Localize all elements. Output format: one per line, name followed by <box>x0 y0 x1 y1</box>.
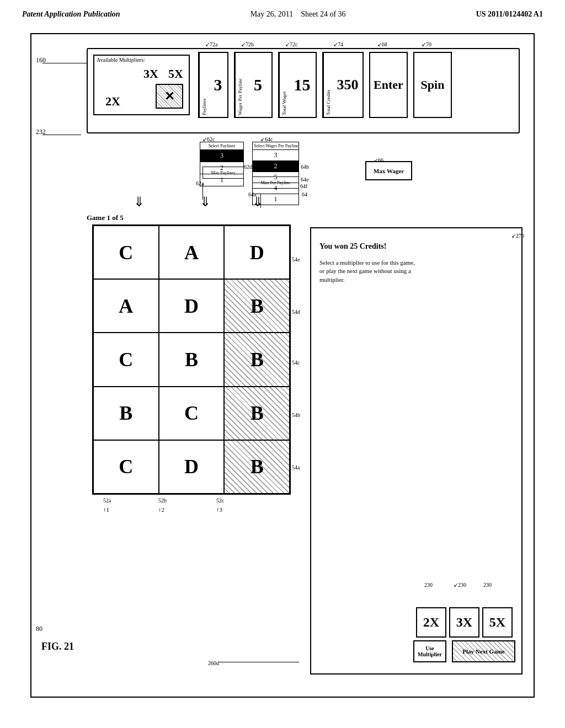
max-per-payline-button[interactable]: Max Per Payline <box>252 176 299 189</box>
win-text: You won 25 Credits! <box>319 242 386 251</box>
mult-x-hatched: ✕ <box>156 84 183 109</box>
figure-label: FIG. 21 <box>41 641 74 652</box>
game-label: Game 1 of 5 <box>87 213 124 222</box>
enter-label: Enter <box>374 78 403 92</box>
ref-62c: ↙62c <box>202 136 215 142</box>
cell-1-1: C <box>93 440 159 494</box>
ref-72b: ↙72b <box>241 41 254 47</box>
ref-270: ↙270 <box>511 233 524 239</box>
cell-4-2: D <box>159 279 225 333</box>
ref-160-line <box>42 63 87 63</box>
reel-label-1-num: ↑1 <box>103 506 109 513</box>
result-panel: You won 25 Credits! Select a multiplier … <box>310 227 523 675</box>
header-publication: Patent Application Publication <box>22 10 120 19</box>
row-label-54d: 54d <box>292 309 300 315</box>
ref-230-3x: ↙230 <box>454 582 466 588</box>
cell-5-1: C <box>93 226 159 279</box>
total-credits-value: 350 <box>333 53 363 117</box>
page-header: Patent Application Publication May 26, 2… <box>0 0 565 19</box>
cell-3-3: B <box>224 333 290 386</box>
header-patent-num: US 2011/0124402 A1 <box>476 10 543 19</box>
enter-button[interactable]: Enter <box>369 52 408 118</box>
row-label-54b: 54b <box>292 412 300 418</box>
spin-label: Spin <box>421 78 445 92</box>
cell-2-3: B <box>224 387 290 440</box>
total-wager-value: 15 <box>289 53 316 117</box>
top-control-panel: Available Multipliers: 3X 5X 2X ✕ Paylin… <box>87 48 520 133</box>
header-date: May 26, 2011 <box>250 10 294 18</box>
mult-2x-option[interactable]: 2X <box>416 607 446 638</box>
total-credits-label: Total Credits <box>323 53 333 117</box>
reel-label-1-ref: 52a <box>103 497 111 504</box>
ref-260d: 260d <box>208 660 219 666</box>
select-paylines-item-3[interactable]: 3 <box>200 150 243 162</box>
ref-64: 64 <box>302 191 307 197</box>
reel-label-3-num: ↑3 <box>216 506 222 513</box>
ref-64b: 64b <box>301 164 309 170</box>
cell-3-1: C <box>93 333 159 386</box>
ref-68: ↙68 <box>377 41 387 47</box>
header-date-sheet: May 26, 2011 Sheet 24 of 36 <box>250 10 346 19</box>
game-grid: C A D A D B C B B B C B C D B <box>92 224 291 495</box>
ref-70: ↙70 <box>422 41 431 47</box>
mult-5x-option[interactable]: 5X <box>482 607 513 638</box>
wager-per-payline-label: Wager Per Payline <box>235 53 244 117</box>
row-label-54c: 54c <box>292 360 300 366</box>
cell-5-2: A <box>159 226 225 279</box>
max-paylines-button[interactable]: Max Paylines <box>202 167 244 179</box>
select-paylines-title: Select Paylines <box>200 142 243 150</box>
paylines-value: 3 <box>209 53 227 117</box>
ref-66: ↙66 <box>374 157 383 163</box>
cell-4-1: A <box>93 279 159 333</box>
paylines-label: Paylines <box>199 53 209 117</box>
ref-74: ↙74 <box>333 41 343 47</box>
ref-62d: 62d <box>244 164 252 170</box>
figure-border: FIG. 21 160 232 80 Available Multipliers… <box>30 33 535 698</box>
cell-1-2: D <box>159 440 225 494</box>
mult-3x-option[interactable]: 3X <box>449 607 479 638</box>
ref-64f: 64f <box>300 183 307 189</box>
cell-5-3: D <box>224 226 290 279</box>
mult-3x: 3X <box>143 67 158 81</box>
cell-1-3: B <box>224 440 290 494</box>
arrow-reel-1: ⇓ <box>134 194 145 210</box>
ref-230-2x: 230 <box>424 582 433 588</box>
cell-4-3: B <box>224 279 290 333</box>
ref-72a: ↙72a <box>205 41 217 47</box>
use-multiplier-button[interactable]: Use Multiplier <box>413 640 446 662</box>
play-next-game-button[interactable]: Play Next Game <box>452 640 515 662</box>
reel-label-3-ref: 52c <box>216 497 224 504</box>
select-wager-item-2[interactable]: 2 <box>253 161 299 172</box>
reel-label-2-ref: 52b <box>158 497 167 504</box>
cell-2-2: C <box>159 387 225 440</box>
max-wager-button[interactable]: Max Wager <box>365 161 412 180</box>
select-wager-item-3[interactable]: 3 <box>253 150 299 161</box>
mult-2x: 2X <box>105 94 120 109</box>
ref-230-5x: 230 <box>483 582 492 588</box>
ref-260d-line <box>219 662 299 662</box>
spin-button[interactable]: Spin <box>413 52 452 118</box>
select-mult-text: Select a multiplier to use for this game… <box>319 259 416 284</box>
ref-232-line <box>42 135 81 135</box>
mult-5x: 5X <box>168 67 183 81</box>
ref-80: 80 <box>36 625 42 633</box>
multipliers-section: Available Multipliers: 3X 5X 2X ✕ <box>93 55 190 115</box>
arrow-reel-3: ⇓ <box>252 194 263 210</box>
row-label-54e: 54e <box>292 256 300 263</box>
select-wager-title: Select Wager Per Payline <box>253 142 299 150</box>
multipliers-label: Available Multipliers: <box>94 56 189 64</box>
header-sheet: Sheet 24 of 36 <box>301 10 345 18</box>
wager-per-payline-value: 5 <box>244 53 271 117</box>
select-paylines-box: Select Paylines 3 2 1 <box>200 142 244 186</box>
reel-label-2-num: ↑2 <box>158 506 164 513</box>
paylines-box: Paylines 3 <box>198 52 228 118</box>
cell-2-1: B <box>93 387 159 440</box>
total-wager-label: Total Wager <box>279 53 289 117</box>
row-label-54a: 54a <box>292 464 300 470</box>
ref-64c: ↙64c <box>260 136 273 142</box>
ref-64e: 64e <box>301 176 308 183</box>
arrow-reel-2: ⇓ <box>200 194 211 210</box>
ref-72c: ↙72c <box>285 41 297 47</box>
cell-3-2: B <box>159 333 225 386</box>
total-credits-box: Total Credits 350 <box>322 52 364 118</box>
